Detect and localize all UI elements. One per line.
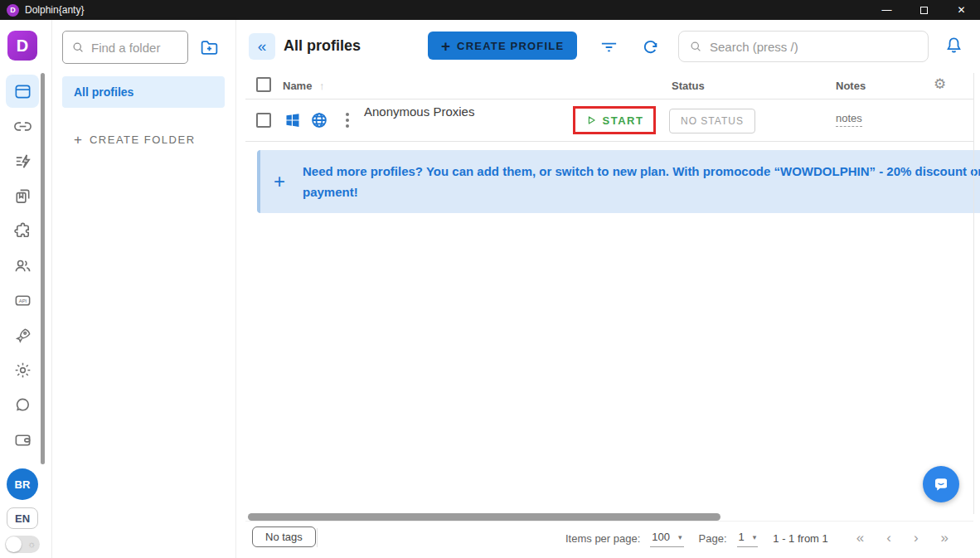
gear-icon	[13, 361, 32, 380]
row-menu-button[interactable]	[343, 112, 352, 129]
column-name[interactable]: Name	[283, 80, 312, 92]
range-text: 1 - 1 from 1	[773, 532, 827, 545]
folder-plus-icon	[199, 37, 220, 58]
annotation-highlight-box: START	[573, 106, 656, 134]
create-profile-button[interactable]: + CREATE PROFILE	[428, 32, 577, 60]
promo-banner: + Need more profiles? You can add them, …	[257, 150, 980, 213]
user-avatar[interactable]: BR	[7, 468, 38, 500]
app-window: D Dolphin{anty} — ✕ D	[0, 0, 980, 558]
column-notes: Notes	[836, 80, 866, 92]
link-icon	[13, 117, 32, 136]
caret-down-icon: ▾	[753, 533, 757, 541]
support-chat-button[interactable]	[923, 466, 959, 502]
main-content: « All profiles + CREATE PROFILE Name ↑ S…	[236, 20, 980, 558]
nav-automation[interactable]	[6, 144, 39, 177]
nav-api[interactable]: API	[6, 284, 39, 317]
select-all-checkbox[interactable]	[256, 77, 271, 92]
theme-toggle[interactable]: ☼	[5, 536, 40, 553]
collapse-sidebar-button[interactable]: «	[249, 33, 275, 60]
refresh-icon	[641, 37, 660, 56]
nav-team[interactable]	[6, 249, 39, 282]
api-icon: API	[13, 291, 32, 310]
page-label: Page:	[699, 532, 727, 545]
next-page-button[interactable]: ›	[914, 530, 919, 546]
window-titlebar: D Dolphin{anty} — ✕	[0, 0, 980, 20]
filter-button[interactable]	[599, 36, 619, 56]
caret-down-icon: ▾	[678, 533, 682, 541]
nav-launcher[interactable]	[6, 318, 39, 352]
window-title: Dolphin{anty}	[25, 4, 84, 16]
profile-search-box	[678, 31, 929, 62]
nav-bookmarks[interactable]	[6, 179, 39, 212]
nav-wallet[interactable]	[6, 423, 39, 456]
globe-proxy-icon	[310, 111, 328, 129]
start-label: START	[603, 114, 644, 127]
sort-asc-icon[interactable]: ↑	[319, 80, 325, 92]
support-icon	[13, 395, 32, 415]
windows-os-icon	[284, 112, 301, 129]
nav-support[interactable]	[6, 388, 39, 421]
notifications-button[interactable]	[944, 35, 965, 56]
nav-profiles[interactable]	[6, 75, 39, 108]
plus-icon: +	[441, 38, 450, 54]
profile-name[interactable]: Anonymous Proxies	[364, 102, 490, 122]
folder-search-input[interactable]	[91, 41, 182, 55]
items-per-page-label: Items per page:	[565, 532, 640, 545]
first-page-button[interactable]: «	[856, 530, 864, 546]
column-settings-gear-icon[interactable]: ⚙	[934, 75, 946, 93]
toggle-knob	[6, 536, 22, 552]
page-title: All profiles	[284, 37, 361, 55]
refresh-button[interactable]	[640, 36, 660, 56]
close-button[interactable]: ✕	[943, 0, 980, 20]
browser-profiles-icon	[13, 82, 32, 101]
nav-settings[interactable]	[6, 353, 39, 386]
create-folder-icon-button[interactable]	[197, 36, 221, 59]
rail-nav: API	[6, 75, 39, 456]
folder-sidebar: All profiles + CREATE FOLDER	[52, 20, 236, 558]
search-icon	[688, 39, 703, 54]
minimize-button[interactable]: —	[868, 0, 905, 20]
horizontal-scrollbar[interactable]	[248, 513, 720, 521]
status-badge[interactable]: NO STATUS	[669, 109, 755, 133]
items-per-page-select[interactable]: 100 ▾	[650, 529, 683, 547]
page-value: 1	[739, 531, 745, 543]
nav-proxies[interactable]	[6, 109, 39, 143]
sidebar-item-all-profiles[interactable]: All profiles	[62, 76, 225, 108]
bookmarks-icon	[13, 187, 32, 206]
nav-extensions[interactable]	[6, 214, 39, 247]
table-right-border	[973, 73, 974, 514]
promo-banner-text: Need more profiles? You can add them, or…	[303, 161, 980, 202]
bell-icon	[944, 35, 964, 56]
maximize-icon	[920, 7, 928, 14]
plus-icon: +	[74, 133, 82, 147]
notes-link[interactable]: notes	[836, 112, 862, 127]
prev-page-button[interactable]: ‹	[886, 530, 891, 546]
page-select[interactable]: 1 ▾	[737, 529, 759, 547]
plus-icon[interactable]: +	[274, 170, 285, 193]
create-profile-label: CREATE PROFILE	[457, 40, 564, 52]
icon-rail: D API	[0, 20, 52, 558]
no-tags-button[interactable]: No tags	[252, 526, 316, 547]
footer-divider	[317, 528, 318, 547]
rail-scrollbar[interactable]	[41, 73, 45, 464]
language-button[interactable]: EN	[7, 507, 38, 529]
last-page-button[interactable]: »	[941, 530, 948, 546]
create-folder-label: CREATE FOLDER	[90, 133, 196, 146]
rocket-icon	[13, 326, 32, 345]
start-profile-button[interactable]: START	[585, 114, 644, 127]
pagination-arrows: « ‹ › »	[856, 530, 948, 546]
items-per-page-value: 100	[652, 531, 670, 543]
folder-search-box	[62, 31, 188, 64]
play-icon	[585, 114, 597, 126]
chevrons-left-icon: «	[258, 37, 267, 56]
create-folder-button[interactable]: + CREATE FOLDER	[74, 133, 196, 147]
row-checkbox[interactable]	[256, 113, 271, 128]
pagination-bar: Items per page: 100 ▾ Page: 1 ▾ 1 - 1 fr…	[565, 522, 948, 555]
maximize-button[interactable]	[905, 0, 943, 20]
table-footer: No tags Items per page: 100 ▾ Page: 1 ▾ …	[245, 521, 973, 554]
search-icon	[70, 40, 85, 55]
automation-icon	[13, 152, 32, 171]
table-header: Name ↑ Status Notes ⚙	[245, 73, 973, 99]
chat-bubble-icon	[931, 474, 951, 494]
profile-search-input[interactable]	[710, 40, 921, 54]
